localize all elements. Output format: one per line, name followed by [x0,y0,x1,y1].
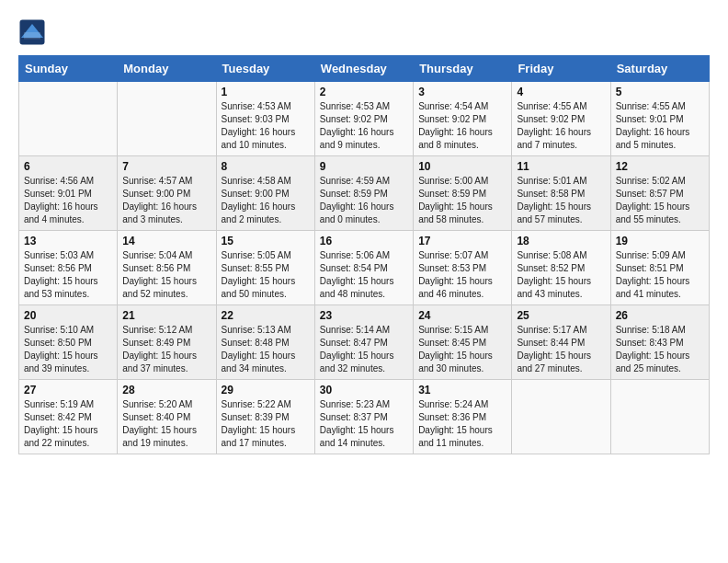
day-info: Sunrise: 5:14 AM Sunset: 8:47 PM Dayligh… [320,324,408,375]
calendar-cell [118,82,216,156]
calendar-cell: 24Sunrise: 5:15 AM Sunset: 8:45 PM Dayli… [414,305,512,380]
day-info: Sunrise: 5:09 AM Sunset: 8:51 PM Dayligh… [616,249,704,301]
calendar-cell: 12Sunrise: 5:02 AM Sunset: 8:57 PM Dayli… [610,156,709,231]
page-header [18,18,710,46]
calendar-cell: 1Sunrise: 4:53 AM Sunset: 9:03 PM Daylig… [216,82,314,156]
calendar-cell: 7Sunrise: 4:57 AM Sunset: 9:00 PM Daylig… [118,156,216,231]
day-number: 18 [517,235,605,247]
day-info: Sunrise: 5:17 AM Sunset: 8:44 PM Dayligh… [517,324,605,375]
calendar-cell: 21Sunrise: 5:12 AM Sunset: 8:49 PM Dayli… [118,305,216,380]
day-info: Sunrise: 4:53 AM Sunset: 9:03 PM Dayligh… [222,100,310,152]
day-number: 13 [24,235,112,247]
weekday-header-monday: Monday [118,56,216,82]
day-number: 6 [24,160,112,173]
calendar-cell: 11Sunrise: 5:01 AM Sunset: 8:58 PM Dayli… [512,156,610,231]
day-info: Sunrise: 4:58 AM Sunset: 9:00 PM Dayligh… [222,175,310,226]
day-info: Sunrise: 5:08 AM Sunset: 8:52 PM Dayligh… [517,249,605,301]
day-number: 27 [24,384,112,396]
day-number: 12 [616,160,704,173]
calendar-week-row: 27Sunrise: 5:19 AM Sunset: 8:42 PM Dayli… [19,380,710,454]
calendar-cell [610,380,709,454]
calendar-cell: 6Sunrise: 4:56 AM Sunset: 9:01 PM Daylig… [19,156,118,231]
weekday-header-wednesday: Wednesday [314,56,413,82]
day-number: 15 [222,235,310,247]
calendar-cell: 16Sunrise: 5:06 AM Sunset: 8:54 PM Dayli… [314,231,413,305]
day-info: Sunrise: 4:57 AM Sunset: 9:00 PM Dayligh… [122,175,210,226]
calendar-cell: 8Sunrise: 4:58 AM Sunset: 9:00 PM Daylig… [216,156,314,231]
calendar-cell: 22Sunrise: 5:13 AM Sunset: 8:48 PM Dayli… [216,305,314,380]
calendar-cell: 15Sunrise: 5:05 AM Sunset: 8:55 PM Dayli… [216,231,314,305]
calendar-cell: 13Sunrise: 5:03 AM Sunset: 8:56 PM Dayli… [19,231,118,305]
day-info: Sunrise: 5:05 AM Sunset: 8:55 PM Dayligh… [222,249,310,301]
day-info: Sunrise: 5:02 AM Sunset: 8:57 PM Dayligh… [616,175,704,226]
day-info: Sunrise: 5:13 AM Sunset: 8:48 PM Dayligh… [222,324,310,375]
weekday-header-sunday: Sunday [19,56,118,82]
calendar-cell: 26Sunrise: 5:18 AM Sunset: 8:43 PM Dayli… [610,305,709,380]
day-number: 10 [418,160,506,173]
day-info: Sunrise: 4:55 AM Sunset: 9:01 PM Dayligh… [616,100,704,152]
day-number: 28 [122,384,210,396]
day-number: 20 [24,309,112,322]
day-number: 5 [616,86,704,98]
day-number: 25 [517,309,605,322]
calendar-cell: 29Sunrise: 5:22 AM Sunset: 8:39 PM Dayli… [216,380,314,454]
weekday-header-saturday: Saturday [610,56,709,82]
day-number: 7 [122,160,210,173]
calendar-cell: 4Sunrise: 4:55 AM Sunset: 9:02 PM Daylig… [512,82,610,156]
calendar-cell [512,380,610,454]
day-info: Sunrise: 5:10 AM Sunset: 8:50 PM Dayligh… [24,324,112,375]
day-info: Sunrise: 4:55 AM Sunset: 9:02 PM Dayligh… [517,100,605,152]
calendar-cell: 9Sunrise: 4:59 AM Sunset: 8:59 PM Daylig… [314,156,413,231]
day-info: Sunrise: 4:53 AM Sunset: 9:02 PM Dayligh… [320,100,408,152]
day-number: 30 [320,384,408,396]
calendar-cell: 14Sunrise: 5:04 AM Sunset: 8:56 PM Dayli… [118,231,216,305]
day-number: 4 [517,86,605,98]
calendar-table: SundayMondayTuesdayWednesdayThursdayFrid… [18,55,710,454]
day-number: 9 [320,160,408,173]
calendar-week-row: 1Sunrise: 4:53 AM Sunset: 9:03 PM Daylig… [19,82,710,156]
weekday-header-row: SundayMondayTuesdayWednesdayThursdayFrid… [19,56,710,82]
day-info: Sunrise: 5:24 AM Sunset: 8:36 PM Dayligh… [418,398,506,450]
day-info: Sunrise: 4:56 AM Sunset: 9:01 PM Dayligh… [24,175,112,226]
weekday-header-tuesday: Tuesday [216,56,314,82]
calendar-week-row: 20Sunrise: 5:10 AM Sunset: 8:50 PM Dayli… [19,305,710,380]
calendar-week-row: 6Sunrise: 4:56 AM Sunset: 9:01 PM Daylig… [19,156,710,231]
calendar-cell: 5Sunrise: 4:55 AM Sunset: 9:01 PM Daylig… [610,82,709,156]
day-info: Sunrise: 5:06 AM Sunset: 8:54 PM Dayligh… [320,249,408,301]
calendar-cell: 30Sunrise: 5:23 AM Sunset: 8:37 PM Dayli… [314,380,413,454]
day-number: 29 [222,384,310,396]
day-info: Sunrise: 5:19 AM Sunset: 8:42 PM Dayligh… [24,398,112,450]
day-info: Sunrise: 5:12 AM Sunset: 8:49 PM Dayligh… [122,324,210,375]
day-number: 8 [222,160,310,173]
weekday-header-friday: Friday [512,56,610,82]
calendar-cell [19,82,118,156]
day-info: Sunrise: 5:22 AM Sunset: 8:39 PM Dayligh… [222,398,310,450]
day-number: 19 [616,235,704,247]
day-info: Sunrise: 5:01 AM Sunset: 8:58 PM Dayligh… [517,175,605,226]
day-number: 22 [222,309,310,322]
calendar-cell: 20Sunrise: 5:10 AM Sunset: 8:50 PM Dayli… [19,305,118,380]
calendar-cell: 2Sunrise: 4:53 AM Sunset: 9:02 PM Daylig… [314,82,413,156]
day-info: Sunrise: 5:18 AM Sunset: 8:43 PM Dayligh… [616,324,704,375]
day-number: 1 [222,86,310,98]
calendar-cell: 28Sunrise: 5:20 AM Sunset: 8:40 PM Dayli… [118,380,216,454]
day-number: 21 [122,309,210,322]
day-number: 2 [320,86,408,98]
calendar-cell: 27Sunrise: 5:19 AM Sunset: 8:42 PM Dayli… [19,380,118,454]
day-info: Sunrise: 5:00 AM Sunset: 8:59 PM Dayligh… [418,175,506,226]
calendar-cell: 10Sunrise: 5:00 AM Sunset: 8:59 PM Dayli… [414,156,512,231]
day-info: Sunrise: 5:03 AM Sunset: 8:56 PM Dayligh… [24,249,112,301]
calendar-cell: 17Sunrise: 5:07 AM Sunset: 8:53 PM Dayli… [414,231,512,305]
svg-rect-2 [24,32,40,40]
calendar-cell: 19Sunrise: 5:09 AM Sunset: 8:51 PM Dayli… [610,231,709,305]
day-info: Sunrise: 4:54 AM Sunset: 9:02 PM Dayligh… [418,100,506,152]
day-info: Sunrise: 4:59 AM Sunset: 8:59 PM Dayligh… [320,175,408,226]
calendar-cell: 23Sunrise: 5:14 AM Sunset: 8:47 PM Dayli… [314,305,413,380]
calendar-cell: 18Sunrise: 5:08 AM Sunset: 8:52 PM Dayli… [512,231,610,305]
day-number: 31 [418,384,506,396]
day-number: 23 [320,309,408,322]
logo-icon [18,18,46,46]
day-info: Sunrise: 5:23 AM Sunset: 8:37 PM Dayligh… [320,398,408,450]
day-number: 24 [418,309,506,322]
day-info: Sunrise: 5:15 AM Sunset: 8:45 PM Dayligh… [418,324,506,375]
